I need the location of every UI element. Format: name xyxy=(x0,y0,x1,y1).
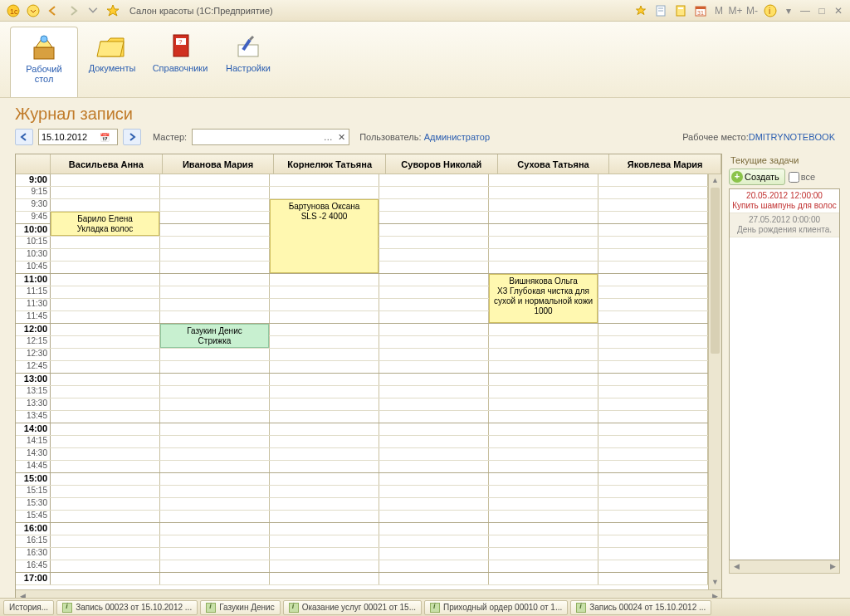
schedule-cell[interactable] xyxy=(160,274,270,286)
scroll-thumb[interactable] xyxy=(711,188,720,354)
column-header[interactable]: Васильева Анна xyxy=(51,154,163,174)
schedule-cell[interactable] xyxy=(160,199,270,211)
schedule-cell[interactable] xyxy=(270,523,379,535)
schedule-cell[interactable] xyxy=(270,311,379,323)
schedule-cell[interactable] xyxy=(270,336,379,348)
next-date-button[interactable] xyxy=(123,129,141,145)
schedule-cell[interactable] xyxy=(489,374,598,385)
schedule-cell[interactable] xyxy=(598,573,708,584)
schedule-cell[interactable] xyxy=(51,374,160,385)
schedule-cell[interactable] xyxy=(270,423,379,435)
schedule-cell[interactable] xyxy=(270,436,379,447)
schedule-cell[interactable] xyxy=(489,286,598,298)
schedule-cell[interactable] xyxy=(160,286,270,298)
schedule-cell[interactable] xyxy=(489,573,598,584)
schedule-cell[interactable] xyxy=(270,174,379,186)
schedule-cell[interactable] xyxy=(51,523,160,535)
schedule-cell[interactable] xyxy=(598,324,708,335)
maximize-button[interactable]: □ xyxy=(813,3,830,18)
schedule-cell[interactable] xyxy=(160,187,270,198)
schedule-cell[interactable] xyxy=(489,199,598,211)
schedule-cell[interactable]: Барило ЕленаУкладка волос xyxy=(51,212,160,223)
schedule-cell[interactable] xyxy=(489,486,598,497)
schedule-cell[interactable] xyxy=(379,523,489,535)
schedule-cell[interactable] xyxy=(270,386,379,398)
schedule-cell[interactable] xyxy=(51,560,160,572)
schedule-cell[interactable] xyxy=(51,199,160,211)
schedule-cell[interactable] xyxy=(598,523,708,535)
schedule-cell[interactable] xyxy=(160,448,270,460)
schedule-cell[interactable] xyxy=(379,212,489,223)
scroll-down-icon[interactable]: ▼ xyxy=(709,576,721,589)
tasks-list[interactable]: 20.05.2012 12:00:00Купить шампунь для во… xyxy=(729,188,840,560)
schedule-cell[interactable] xyxy=(51,299,160,310)
schedule-cell[interactable] xyxy=(160,336,270,348)
schedule-cell[interactable] xyxy=(270,237,379,248)
prev-date-button[interactable] xyxy=(15,129,33,145)
create-task-button[interactable]: + Создать xyxy=(729,169,785,185)
toolbar-desktop[interactable]: Рабочий стол xyxy=(10,27,78,97)
schedule-cell[interactable] xyxy=(598,535,708,547)
schedule-cell[interactable] xyxy=(489,361,598,373)
column-header[interactable]: Суворов Николай xyxy=(386,154,498,174)
scroll-up-icon[interactable]: ▲ xyxy=(709,174,721,188)
schedule-cell[interactable] xyxy=(379,461,489,472)
schedule-cell[interactable] xyxy=(379,249,489,261)
schedule-cell[interactable] xyxy=(270,498,379,510)
schedule-cell[interactable] xyxy=(51,535,160,547)
scroll-left-icon[interactable]: ◀ xyxy=(730,560,743,573)
schedule-cell[interactable] xyxy=(379,336,489,348)
schedule-cell[interactable] xyxy=(160,523,270,535)
schedule-cell[interactable] xyxy=(379,349,489,360)
info-icon[interactable]: i xyxy=(761,2,779,19)
master-input[interactable]: … ✕ xyxy=(192,129,349,145)
schedule-cell[interactable] xyxy=(489,324,598,335)
dropdown-icon[interactable] xyxy=(24,2,42,19)
schedule-cell[interactable] xyxy=(160,212,270,223)
schedule-cell[interactable] xyxy=(489,461,598,472)
schedule-cell[interactable] xyxy=(489,262,598,273)
schedule-cell[interactable] xyxy=(598,286,708,298)
schedule-cell[interactable] xyxy=(598,187,708,198)
schedule-cell[interactable] xyxy=(51,336,160,348)
schedule-cell[interactable] xyxy=(489,398,598,410)
calendar-icon[interactable]: 31 xyxy=(691,2,710,19)
info-dropdown-icon[interactable]: ▾ xyxy=(780,3,797,18)
task-item[interactable]: 27.05.2012 0:00:00День рождения клиента. xyxy=(730,213,839,237)
window-tab[interactable]: Запись 00023 от 15.10.2012 ... xyxy=(56,600,198,615)
window-tab[interactable]: История... xyxy=(3,600,54,615)
schedule-cell[interactable] xyxy=(598,336,708,348)
schedule-cell[interactable] xyxy=(598,199,708,211)
schedule-cell[interactable] xyxy=(379,448,489,460)
schedule-cell[interactable] xyxy=(51,573,160,584)
schedule-cell[interactable] xyxy=(489,386,598,398)
schedule-cell[interactable] xyxy=(489,498,598,510)
master-select-icon[interactable]: … xyxy=(320,132,335,142)
schedule-cell[interactable] xyxy=(379,473,489,485)
window-tab[interactable]: Оказание услуг 00021 от 15... xyxy=(283,600,422,615)
schedule-cell[interactable] xyxy=(270,573,379,584)
schedule-cell[interactable] xyxy=(489,299,598,310)
schedule-cell[interactable] xyxy=(270,212,379,223)
schedule-cell[interactable] xyxy=(270,187,379,198)
schedule-cell[interactable] xyxy=(598,386,708,398)
schedule-cell[interactable] xyxy=(270,411,379,423)
schedule-cell[interactable] xyxy=(160,486,270,497)
schedule-cell[interactable] xyxy=(379,436,489,447)
schedule-cell[interactable] xyxy=(270,560,379,572)
schedule-cell[interactable] xyxy=(270,262,379,273)
schedule-cell[interactable] xyxy=(160,262,270,273)
date-picker-icon[interactable]: 📅 xyxy=(100,133,110,142)
calc-icon[interactable] xyxy=(672,2,690,19)
schedule-cell[interactable] xyxy=(51,448,160,460)
schedule-cell[interactable] xyxy=(379,361,489,373)
schedule-cell[interactable] xyxy=(51,473,160,485)
schedule-cell[interactable] xyxy=(51,187,160,198)
schedule-cell[interactable] xyxy=(598,224,708,236)
schedule-cell[interactable] xyxy=(379,374,489,385)
app-logo-icon[interactable]: 1c xyxy=(4,2,22,19)
schedule-cell[interactable] xyxy=(270,461,379,472)
toolbar-settings[interactable]: Настройки xyxy=(214,27,282,97)
schedule-cell[interactable] xyxy=(598,473,708,485)
schedule-cell[interactable] xyxy=(379,560,489,572)
